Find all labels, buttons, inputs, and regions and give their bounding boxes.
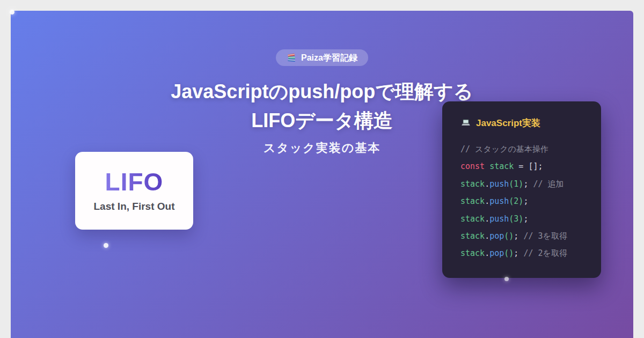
code-card-title-label: JavaScript実装: [476, 117, 540, 129]
code-token-ident: stack: [460, 231, 485, 241]
code-token-ident: (3): [509, 214, 523, 224]
code-line: stack.push(3);: [460, 210, 592, 227]
code-token-plain: ;: [523, 196, 528, 206]
code-line: // スタックの基本操作: [460, 141, 592, 158]
code-token-ident: stack: [460, 179, 485, 189]
code-line: const stack = [];: [460, 158, 592, 175]
code-token-ident: (1): [509, 179, 523, 189]
code-line: stack.pop(); // 2を取得: [460, 245, 592, 262]
decor-dot: [10, 10, 14, 14]
code-token-func: pop: [489, 248, 504, 258]
code-token-comment: // 追加: [528, 179, 564, 189]
code-token-plain: .: [485, 248, 489, 258]
code-line: stack.push(2);: [460, 193, 592, 210]
code-token-plain: .: [485, 179, 489, 189]
decor-dot: [504, 277, 509, 281]
code-token-ident: stack: [489, 161, 514, 171]
code-token-plain: ;: [523, 214, 528, 224]
badge-label: Paiza学習記録: [301, 53, 357, 63]
code-token-plain: .: [485, 231, 489, 241]
decor-dot: [104, 243, 108, 248]
code-line: stack.push(1); // 追加: [460, 175, 592, 193]
code-token-plain: .: [485, 196, 489, 206]
badge: Paiza学習記録: [276, 49, 368, 66]
code-token-comment: // スタックの基本操作: [460, 144, 548, 154]
code-token-func: pop: [489, 231, 504, 241]
code-token-ident: stack: [460, 196, 485, 206]
hero-panel: Paiza学習記録 JavaScriptのpush/popで理解する LIFOデ…: [11, 11, 633, 338]
code-card-title: JavaScript実装: [460, 116, 592, 129]
code-line: stack.pop(); // 3を取得: [460, 227, 592, 245]
code-token-comment: // 3を取得: [518, 231, 567, 241]
code-token-func: push: [489, 196, 509, 206]
code-token-ident: (): [504, 231, 514, 241]
lifo-acronym: LIFO: [105, 170, 164, 194]
lifo-card: LIFO Last In, First Out: [75, 152, 193, 230]
code-token-ident: stack: [460, 214, 485, 224]
laptop-icon: [460, 117, 471, 128]
code-token-func: push: [489, 179, 509, 189]
books-icon: [287, 53, 297, 63]
code-token-ident: (2): [509, 196, 523, 206]
code-token-ident: (): [504, 248, 514, 258]
code-token-comment: // 2を取得: [518, 248, 567, 258]
code-token-plain: = [];: [514, 161, 543, 171]
code-block: // スタックの基本操作const stack = [];stack.push(…: [460, 141, 592, 262]
code-token-plain: [485, 161, 489, 171]
code-token-plain: .: [485, 214, 489, 224]
code-token-keyword: const: [460, 161, 485, 171]
code-token-func: push: [489, 214, 509, 224]
code-token-ident: stack: [460, 248, 485, 258]
page: { "page": { "background": "#ececec" }, "…: [0, 0, 644, 338]
lifo-description: Last In, First Out: [94, 201, 175, 212]
code-card: JavaScript実装 // スタックの基本操作const stack = […: [442, 101, 601, 278]
